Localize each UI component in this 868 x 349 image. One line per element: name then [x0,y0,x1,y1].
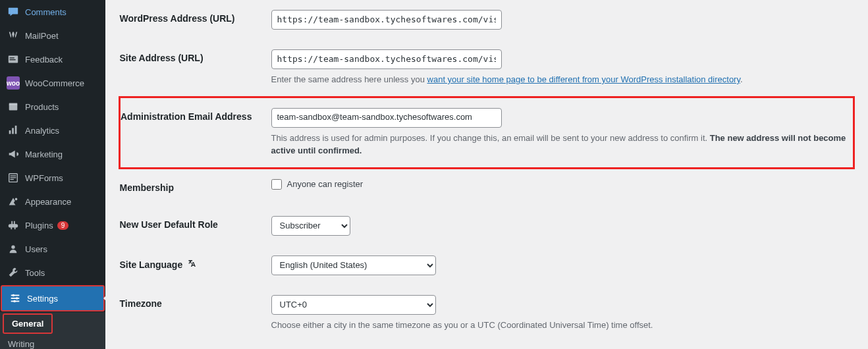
svg-rect-4 [9,103,18,105]
comment-icon [7,5,20,18]
checkbox-membership[interactable] [271,179,282,190]
help-text: Enter the same address here unless you [271,74,427,84]
input-site-address[interactable] [271,49,502,69]
row-membership: Membership Anyone can register [120,168,854,206]
sidebar-label: Analytics [25,126,59,136]
wpforms-icon [7,171,20,184]
sidebar-item-feedback[interactable]: Feedback [0,47,105,71]
row-admin-email: Administration Email Address This addres… [120,97,854,168]
svg-rect-3 [9,104,18,110]
label-admin-email: Administration Email Address [120,97,265,168]
settings-icon [9,292,22,305]
megaphone-icon [7,148,20,161]
row-site-address: Site Address (URL) Enter the same addres… [120,40,854,97]
woocommerce-icon: woo [7,76,20,90]
sidebar-label: Tools [25,268,45,278]
label-site-address: Site Address (URL) [120,40,265,97]
help-admin-email: This address is used for admin purposes.… [271,132,847,157]
mailpoet-icon [7,29,20,42]
sidebar-sub-general[interactable]: General [3,313,53,334]
plugins-badge: 9 [57,221,69,230]
sidebar-item-appearance[interactable]: Appearance [0,190,105,213]
sidebar-label: Appearance [25,197,71,207]
sidebar-item-comments[interactable]: Comments [0,0,105,24]
settings-form: WordPress Address (URL) Site Address (UR… [119,0,855,341]
svg-point-18 [16,297,18,300]
select-site-language[interactable]: English (United States) [271,255,436,275]
svg-rect-6 [12,128,14,134]
help-timezone: Choose either a city in the same timezon… [271,319,848,332]
sidebar-item-tools[interactable]: Tools [0,261,105,284]
select-timezone[interactable]: UTC+0 [271,295,436,315]
sidebar-label: Comments [25,7,67,17]
label-timezone: Timezone [120,285,265,342]
sidebar-item-mailpoet[interactable]: MailPoet [0,24,105,47]
label-text: Site Language [120,259,183,270]
help-text: This address is used for admin purposes.… [271,133,710,143]
input-wp-address[interactable] [271,10,502,30]
sidebar-label: Feedback [25,55,63,65]
appearance-icon [7,195,20,208]
sidebar-label: Users [25,244,47,254]
label-wp-address: WordPress Address (URL) [120,0,265,40]
analytics-icon [7,124,20,137]
help-site-address: Enter the same address here unless you w… [271,73,848,86]
link-site-address-docs[interactable]: want your site home page to be different… [427,74,740,84]
sidebar-item-products[interactable]: Products [0,95,105,119]
sub-label: Writing [8,339,34,349]
tools-icon [7,266,20,279]
svg-rect-7 [15,126,17,134]
help-text: . [740,74,743,84]
svg-point-12 [15,198,18,201]
svg-rect-11 [11,179,14,180]
svg-rect-1 [10,57,14,58]
svg-point-13 [11,246,14,249]
settings-general-page: WordPress Address (URL) Site Address (UR… [105,0,868,349]
row-new-user-role: New User Default Role Subscriber [120,206,854,246]
checkbox-membership-wrap[interactable]: Anyone can register [271,179,848,190]
sub-label: General [12,319,43,329]
sidebar-label: WooCommerce [25,78,84,88]
sidebar-item-wpforms[interactable]: WPForms [0,166,105,190]
sidebar-item-woocommerce[interactable]: woo WooCommerce [0,71,105,95]
svg-point-17 [13,294,15,297]
svg-point-19 [13,300,16,303]
sidebar-label: MailPoet [25,31,59,41]
sidebar-item-settings[interactable]: Settings [1,285,105,311]
sidebar-label: Marketing [25,149,63,159]
plugins-icon [7,219,20,232]
checkbox-label: Anyone can register [287,179,364,189]
row-site-language: Site Language English (United States) [120,246,854,285]
translate-icon [188,259,197,270]
sidebar-item-plugins[interactable]: Plugins 9 [0,213,105,237]
svg-rect-2 [10,59,16,60]
sidebar-item-marketing[interactable]: Marketing [0,142,105,166]
select-new-user-role[interactable]: Subscriber [271,216,350,236]
input-admin-email[interactable] [271,108,502,128]
admin-sidebar: Comments MailPoet Feedback woo WooCommer… [0,0,105,349]
products-icon [7,100,20,113]
sidebar-sub-writing[interactable]: Writing [0,335,105,349]
users-icon [7,242,20,255]
svg-rect-9 [11,175,16,176]
row-timezone: Timezone UTC+0 Choose either a city in t… [120,285,854,342]
sidebar-label: Plugins [25,221,53,230]
row-wp-address: WordPress Address (URL) [120,0,854,40]
svg-rect-5 [9,130,11,134]
label-membership: Membership [120,168,265,206]
sidebar-label: WPForms [25,173,63,183]
svg-rect-10 [11,177,16,178]
label-new-user-role: New User Default Role [120,206,265,246]
label-site-language: Site Language [120,246,265,285]
sidebar-item-users[interactable]: Users [0,237,105,261]
sidebar-item-analytics[interactable]: Analytics [0,119,105,142]
sidebar-submenu: General Writing [0,312,105,349]
sidebar-label: Settings [27,294,58,304]
feedback-icon [7,53,20,66]
sidebar-label: Products [25,102,59,112]
